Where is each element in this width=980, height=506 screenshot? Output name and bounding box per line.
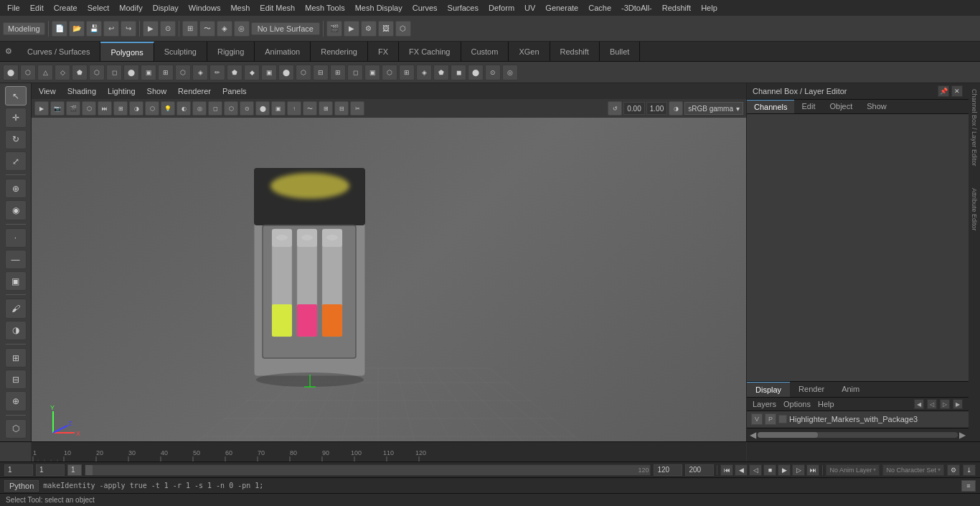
step-forward-icon[interactable]: ▷ [792, 464, 805, 476]
play-icon[interactable]: ▶ [778, 464, 791, 476]
vp-normals-icon[interactable]: ↑ [287, 101, 301, 116]
shelf-icon-8[interactable]: ⬤ [123, 65, 139, 80]
tab-channels[interactable]: Channels [747, 100, 794, 113]
vp-keyframe-icon[interactable]: ⬡ [82, 101, 96, 116]
viewport-canvas[interactable]: X Y Z persp [32, 118, 746, 441]
menu-curves[interactable]: Curves [408, 2, 442, 14]
shelf-icon-18[interactable]: ⬡ [296, 65, 311, 80]
tab-edit[interactable]: Edit [794, 100, 822, 113]
tab-render[interactable]: Render [790, 382, 833, 397]
anim-layer-dropdown[interactable]: No Anim Layer ▾ [826, 464, 880, 476]
shelf-icon-2[interactable]: ⬡ [20, 65, 36, 80]
menu-generate[interactable]: Generate [541, 2, 583, 14]
shelf-icon-12[interactable]: ◈ [192, 65, 208, 80]
viewport[interactable]: View Shading Lighting Show Renderer Pane… [32, 83, 746, 441]
vp-hud-icon[interactable]: ⊞ [319, 101, 333, 116]
show-manipulator-icon[interactable]: ◉ [5, 200, 27, 220]
preferences-icon[interactable]: ⚙ [947, 464, 960, 476]
vp-display-icon[interactable]: ⬤ [255, 101, 270, 116]
shelf-icon-22[interactable]: ▣ [364, 65, 380, 80]
menu-3dto-all[interactable]: -3DtoAll- [617, 2, 656, 14]
shelf-icon-16[interactable]: ▣ [261, 65, 277, 80]
menu-modify[interactable]: Modify [115, 2, 146, 14]
shelf-icon-5[interactable]: ⬟ [72, 65, 88, 80]
jump-to-start-icon[interactable]: ⏮ [720, 464, 733, 476]
workspace-dropdown[interactable]: Modeling [3, 22, 45, 35]
live-surface-button[interactable]: No Live Surface [251, 22, 320, 35]
new-scene-icon[interactable]: 📄 [52, 21, 67, 37]
vp-ao-icon[interactable]: ◎ [192, 101, 207, 116]
tab-anim[interactable]: Anim [833, 382, 868, 397]
layers-menu[interactable]: Layers [753, 400, 776, 408]
menu-windows[interactable]: Windows [184, 2, 225, 14]
stop-icon[interactable]: ■ [763, 464, 776, 476]
vp-translate-x[interactable]: 0.00 [623, 102, 644, 115]
script-editor-icon[interactable]: ≡ [961, 480, 976, 492]
vp-texture-icon[interactable]: ⬡ [145, 101, 159, 116]
range-end-2-field[interactable]: 200 [685, 464, 714, 476]
tab-curves-surfaces[interactable]: Curves / Surfaces [17, 42, 100, 61]
move-tool-icon[interactable]: ✛ [5, 108, 27, 127]
shelf-icon-29[interactable]: ⊙ [485, 65, 501, 80]
layer-scroll-right-icon[interactable]: ▶ [959, 430, 966, 440]
menu-display[interactable]: Display [149, 2, 183, 14]
shelf-icon-9[interactable]: ▣ [141, 65, 156, 80]
snap-curve-icon[interactable]: 〜 [199, 21, 215, 37]
vp-film-icon[interactable]: 🎬 [66, 101, 80, 116]
layout-icon[interactable]: ⊞ [5, 348, 27, 367]
sculpt-tool-icon[interactable]: ◑ [5, 321, 27, 340]
menu-mesh-display[interactable]: Mesh Display [351, 2, 407, 14]
vp-shadow-icon[interactable]: ◐ [176, 101, 191, 116]
vp-crop-icon[interactable]: ✂ [350, 101, 364, 116]
snap-surface-icon[interactable]: ◎ [234, 21, 250, 37]
layer-nav-prev2-icon[interactable]: ◁ [927, 399, 937, 409]
hypershade-icon[interactable]: ⬡ [395, 21, 411, 37]
grid-display-icon[interactable]: ⊟ [5, 370, 27, 389]
playback-slider[interactable]: 120 [85, 464, 651, 476]
tab-animation[interactable]: Animation [255, 42, 311, 61]
shelf-icon-15[interactable]: ◆ [244, 65, 260, 80]
soft-select-icon[interactable]: ⊕ [5, 179, 27, 198]
snap-grid-icon[interactable]: ⊞ [182, 21, 198, 37]
vp-isolate-icon[interactable]: ⊙ [240, 101, 254, 116]
connection-icon[interactable]: ⊕ [5, 391, 27, 411]
command-text[interactable]: makeIdentity -apply true -t 1 -r 1 -s 1 … [43, 482, 957, 489]
menu-edit-mesh[interactable]: Edit Mesh [255, 2, 299, 14]
vp-motion-blur-icon[interactable]: 〜 [303, 101, 317, 116]
frame-field-2[interactable]: 1 [36, 464, 65, 476]
layer-scroll-left-icon[interactable]: ◀ [750, 430, 756, 440]
shelf-icon-4[interactable]: ◇ [55, 65, 70, 80]
shelf-icon-7[interactable]: ◻ [106, 65, 122, 80]
menu-uv[interactable]: UV [520, 2, 540, 14]
shelf-icon-28[interactable]: ⬤ [468, 65, 484, 80]
shelf-icon-19[interactable]: ⊟ [313, 65, 329, 80]
shelf-icon-26[interactable]: ⬟ [433, 65, 449, 80]
tab-polygons[interactable]: Polygons [100, 42, 154, 61]
open-scene-icon[interactable]: 📂 [69, 21, 85, 37]
layer-color-swatch[interactable] [778, 415, 787, 423]
layer-scrollbar[interactable] [758, 432, 958, 438]
shelf-icon-6[interactable]: ⬡ [89, 65, 105, 80]
shelf-icon-21[interactable]: ◻ [347, 65, 363, 80]
tab-fx[interactable]: FX [368, 42, 399, 61]
vp-display-mode-icon[interactable]: ◑ [669, 101, 683, 116]
tab-xgen[interactable]: XGen [509, 42, 550, 61]
shelf-icon-24[interactable]: ⊞ [399, 65, 415, 80]
shelf-icon-27[interactable]: ◼ [451, 65, 466, 80]
vp-menu-panels[interactable]: Panels [220, 87, 250, 95]
tab-rigging[interactable]: Rigging [207, 42, 255, 61]
vp-lights-icon[interactable]: 💡 [161, 101, 175, 116]
menu-mesh[interactable]: Mesh [226, 2, 254, 14]
tab-display[interactable]: Display [747, 382, 790, 397]
tab-rendering[interactable]: Rendering [311, 42, 368, 61]
rotate-tool-icon[interactable]: ↻ [5, 130, 27, 149]
shelf-icon-14[interactable]: ⬟ [227, 65, 242, 80]
tab-redshift[interactable]: Redshift [550, 42, 600, 61]
tab-show[interactable]: Show [859, 100, 894, 113]
render-icon[interactable]: 🎬 [326, 21, 342, 37]
jump-to-end-icon[interactable]: ⏭ [806, 464, 819, 476]
vp-menu-shading[interactable]: Shading [65, 87, 99, 95]
menu-create[interactable]: Create [50, 2, 82, 14]
menu-help[interactable]: Help [697, 2, 722, 14]
tab-bullet[interactable]: Bullet [600, 42, 641, 61]
